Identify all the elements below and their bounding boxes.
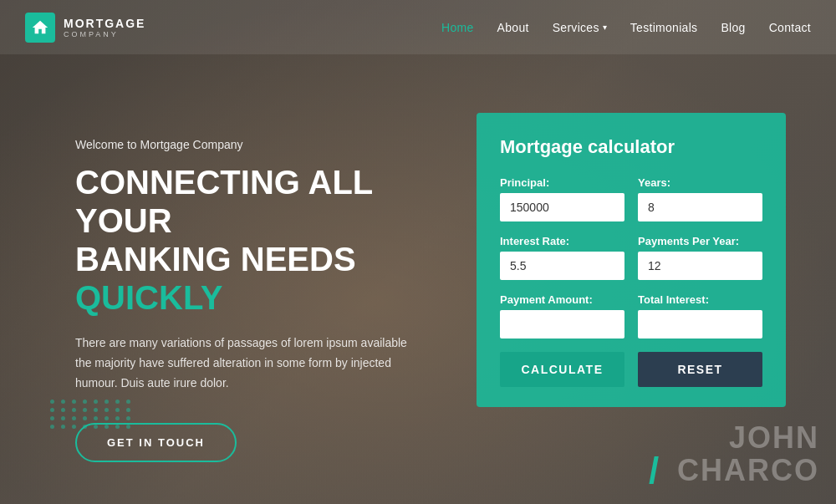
payments-per-year-label: Payments Per Year: [638,235,762,247]
nav-item-contact[interactable]: Contact [769,20,811,35]
house-icon [31,18,49,37]
nav-link-testimonials[interactable]: Testimonials [630,21,698,34]
interest-rate-input[interactable] [500,252,624,280]
calc-row-2: Interest Rate: Payments Per Year: [500,235,762,280]
logo-icon [25,13,55,43]
hero-left: Welcome to Mortgage Company CONNECTING A… [75,104,477,462]
calc-field-principal: Principal: [500,176,624,221]
watermark: / JOHN CHARCO [669,421,819,487]
nav-item-home[interactable]: Home [441,20,474,35]
welcome-text: Welcome to Mortgage Company [75,138,477,151]
nav-link-home[interactable]: Home [441,21,474,34]
nav-link-about[interactable]: About [497,21,529,34]
total-interest-input[interactable] [638,310,762,339]
hero-title: CONNECTING ALL YOUR BANKING NEEDS QUICKL… [75,163,477,317]
logo-text: MORTGAGE COMPANY [64,17,145,38]
logo-sub-text: COMPANY [64,30,145,38]
nav-item-services[interactable]: Services ▾ [553,21,607,34]
hero-description: There are many variations of passages of… [75,333,426,393]
calculate-button[interactable]: CALCULATE [500,352,624,387]
hero-title-line2: BANKING NEEDS [75,241,356,277]
payment-amount-label: Payment Amount: [500,293,624,306]
watermark-line1: JOHN [677,421,819,455]
calc-buttons: CALCULATE RESET [500,352,762,387]
hero-title-line1: CONNECTING ALL YOUR [75,164,373,239]
nav-link-contact[interactable]: Contact [769,21,811,34]
calc-row-1: Principal: Years: [500,176,762,221]
nav-link-services[interactable]: Services [553,21,599,34]
nav-links: Home About Services ▾ Testimonials Blog … [441,20,811,35]
calc-row-3: Payment Amount: Total Interest: [500,293,762,339]
nav-link-blog[interactable]: Blog [721,21,745,34]
nav-item-testimonials[interactable]: Testimonials [630,20,698,35]
principal-label: Principal: [500,176,624,189]
calc-field-interest-rate: Interest Rate: [500,235,624,280]
logo-main-text: MORTGAGE [64,17,145,30]
mortgage-calculator: Mortgage calculator Principal: Years: In… [477,113,786,407]
calculator-title: Mortgage calculator [500,136,762,158]
total-interest-label: Total Interest: [638,293,762,306]
nav-item-blog[interactable]: Blog [721,20,745,35]
services-dropdown-arrow: ▾ [603,23,607,32]
years-input[interactable] [638,193,762,221]
watermark-line2: CHARCO [677,454,819,487]
years-label: Years: [638,176,762,189]
logo[interactable]: MORTGAGE COMPANY [25,13,145,43]
principal-input[interactable] [500,193,624,221]
payment-amount-input[interactable] [500,310,624,339]
get-in-touch-button[interactable]: GET IN TOUCH [75,423,237,462]
calc-field-payments-per-year: Payments Per Year: [638,235,762,280]
reset-button[interactable]: RESET [638,352,762,387]
calc-field-total-interest: Total Interest: [638,293,762,339]
calc-field-payment-amount: Payment Amount: [500,293,624,339]
calc-field-years: Years: [638,176,762,221]
navbar: MORTGAGE COMPANY Home About Services ▾ T… [0,0,836,54]
payments-per-year-input[interactable] [638,252,762,280]
interest-rate-label: Interest Rate: [500,235,624,247]
watermark-slash: / [649,451,659,491]
hero-title-accent: QUICKLY [75,279,222,316]
nav-item-about[interactable]: About [497,20,529,35]
